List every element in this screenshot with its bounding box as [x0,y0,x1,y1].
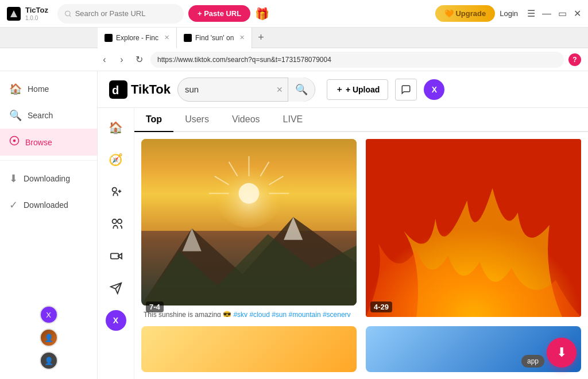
tab-top[interactable]: Top [134,108,173,132]
title-search-bar[interactable] [57,4,184,24]
svg-line-2 [69,15,71,16]
tab-live[interactable]: LIVE [272,108,315,132]
login-button[interactable]: Login [500,9,518,18]
tab-label-2: Find 'sun' on [195,34,234,42]
tab-label-1: Explore - Finc [116,34,158,42]
sidebar-avatars: X 👤 👤 [0,301,97,374]
url-bar[interactable] [150,52,564,68]
video-tags-1: This sunshine is amazing 😎 #sky #cloud #… [144,310,354,317]
tiktok-home-icon[interactable]: 🏠 [106,117,126,138]
tiktok-explore-icon[interactable]: 🧭 [106,149,126,170]
upgrade-button[interactable]: 🧡 Upgrade [435,5,495,22]
titlebar: TicToz 1.0.0 + Paste URL 🎁 🧡 Upgrade Log… [0,0,588,28]
video-date-2: 4-29 [370,301,392,312]
tiktok-sidebar-icons: 🏠 🧭 X [98,108,134,379]
tab-sun-search[interactable]: Find 'sun' on ✕ [177,28,252,48]
video-date-1: 7-4 [146,301,164,312]
tiktok-follow-icon[interactable] [106,181,126,202]
tab-tiktok-icon-2 [184,34,192,42]
tiktok-search-input[interactable] [185,84,272,94]
upload-icon: ＋ [335,84,343,95]
download-fab-button[interactable]: ⬇ [547,338,577,368]
app-logo [7,7,21,21]
tiktok-send-icon[interactable] [106,278,126,299]
help-button[interactable]: ? [568,53,581,66]
sidebar-item-home[interactable]: 🏠 Home [0,76,97,102]
browser-content: d TikTok ✕ 🔍 ＋ + Upload X 🏠 🧭 [98,71,588,379]
tiktok-main: 🏠 🧭 X Top [98,108,588,379]
search-icon-sidebar: 🔍 [9,109,22,122]
main-content: 🏠 Home 🔍 Search Browse ⬇ Downloading ✓ D… [0,71,588,379]
app-name: TicToz [25,6,48,15]
maximize-icon[interactable]: ▭ [558,9,567,18]
tiktok-search-button[interactable]: 🔍 [288,78,315,102]
tiktok-profile-icon[interactable]: X [106,310,126,331]
video-card-2[interactable]: 4-29 #spaacesdeepestsecrete #sun [366,139,581,317]
close-icon[interactable]: ✕ [574,9,581,18]
tiktok-nav-tabs: Top Users Videos LIVE [134,108,588,132]
video-grid: 7-4 This sunshine is amazing 😎 # [134,132,588,379]
tab-explore[interactable]: Explore - Finc ✕ [98,28,177,48]
svg-point-7 [112,188,116,192]
gift-icon[interactable]: 🎁 [255,7,269,21]
paste-url-button[interactable]: + Paste URL [188,5,250,22]
tab-videos[interactable]: Videos [220,108,272,132]
svg-point-1 [65,11,70,16]
sidebar-item-search[interactable]: 🔍 Search [0,102,97,129]
video-card-3[interactable] [141,326,357,372]
tab-users[interactable]: Users [173,108,220,132]
sidebar-avatar-3[interactable]: 👤 [40,351,58,370]
tiktok-live-icon[interactable] [106,246,126,266]
tab-close-1[interactable]: ✕ [164,34,169,41]
sidebar-item-downloading[interactable]: ⬇ Downloading [0,165,97,192]
minimize-icon[interactable]: — [542,9,551,18]
nav-buttons: ‹ › ↻ [98,53,146,67]
sidebar-item-browse-label: Browse [25,138,52,147]
app-version: 1.0.0 [25,15,48,21]
tiktok-header: d TikTok ✕ 🔍 ＋ + Upload X [98,71,588,108]
video-card-1[interactable]: 7-4 This sunshine is amazing 😎 # [141,139,357,317]
home-icon: 🏠 [9,83,22,95]
downloading-icon: ⬇ [9,172,18,185]
sidebar-item-downloading-label: Downloading [24,174,70,183]
addressbar: ‹ › ↻ ? [0,48,588,71]
tiktok-search-clear-icon[interactable]: ✕ [276,85,283,94]
tiktok-search-box[interactable]: ✕ 🔍 [177,78,315,102]
refresh-button[interactable]: ↻ [132,53,146,67]
search-icon [64,10,72,18]
mountain-svg [141,206,357,305]
tag-sky: #sky [233,311,247,317]
back-button[interactable]: ‹ [98,53,111,67]
window-controls: ☰ — ▭ ✕ [527,9,581,18]
sidebar: 🏠 Home 🔍 Search Browse ⬇ Downloading ✓ D… [0,71,98,379]
sidebar-avatar-1[interactable]: X [40,305,58,324]
fire-svg [366,139,581,317]
sidebar-item-browse[interactable]: Browse [0,129,97,156]
svg-text:d: d [112,84,119,96]
app-info: TicToz 1.0.0 [25,6,48,21]
sidebar-item-home-label: Home [28,84,49,94]
menu-icon[interactable]: ☰ [527,9,535,18]
download-fab-label: app [521,355,544,368]
new-tab-button[interactable]: + [252,28,270,48]
sidebar-item-downloaded[interactable]: ✓ Downloaded [0,192,97,218]
tag-sun-1: #sun #mountain #scenery #fyp #foryou [144,311,351,317]
video-info-1: This sunshine is amazing 😎 #sky #cloud #… [141,305,357,317]
svg-point-11 [117,219,121,223]
search-input[interactable] [75,9,177,18]
tiktok-upload-button[interactable]: ＋ + Upload [327,79,389,100]
forward-button[interactable]: › [115,53,129,67]
tiktok-friends-icon[interactable] [106,214,126,234]
video-grid-wrapper: 7-4 This sunshine is amazing 😎 # [134,132,588,379]
sidebar-avatar-2[interactable]: 👤 [40,328,58,347]
upload-label: + Upload [346,85,380,94]
tiktok-logo-icon: d [109,80,127,99]
tiktok-message-button[interactable] [395,79,417,100]
tag-cloud: #cloud [249,311,269,317]
sidebar-item-search-label: Search [28,111,53,120]
tab-close-2[interactable]: ✕ [239,34,245,41]
tiktok-user-avatar[interactable]: X [424,79,444,100]
sidebar-divider [0,160,97,161]
sidebar-item-downloaded-label: Downloaded [24,200,68,210]
svg-point-10 [112,219,116,223]
